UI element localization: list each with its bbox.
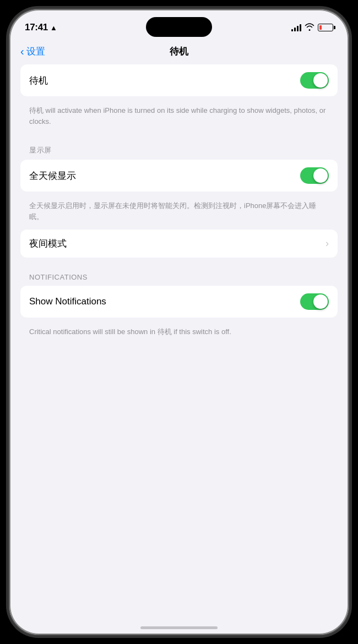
- home-indicator: [140, 626, 218, 629]
- show-notifications-toggle[interactable]: [300, 293, 329, 310]
- signal-icon: [291, 24, 301, 31]
- standby-label: 待机: [29, 74, 48, 87]
- content-area: 待机 待机 will activate when iPhone is turne…: [9, 64, 349, 345]
- wifi-icon: [305, 23, 314, 32]
- battery-icon: [318, 24, 333, 31]
- dynamic-island: [146, 17, 212, 37]
- page-title: 待机: [170, 45, 188, 58]
- toggle-knob-notif: [313, 294, 328, 309]
- battery-fill: [319, 25, 322, 30]
- always-on-label: 全天候显示: [29, 170, 76, 182]
- always-on-description: 全天候显示启用时，显示屏在未使用时将智能关闭。检测到注视时，iPhone屏幕不会…: [20, 196, 338, 230]
- toggle-knob: [313, 73, 328, 88]
- show-notifications-label: Show Notifications: [29, 296, 106, 307]
- chevron-right-icon: ›: [326, 238, 329, 249]
- notifications-description: Critical notifications will still be sho…: [20, 322, 338, 345]
- toggle-knob-aod: [313, 168, 328, 183]
- back-chevron-icon: ‹: [20, 45, 24, 58]
- back-button[interactable]: ‹ 设置: [20, 45, 45, 58]
- notifications-card: Show Notifications: [20, 286, 338, 318]
- night-mode-card[interactable]: 夜间模式 ›: [20, 230, 338, 258]
- standby-toggle[interactable]: [300, 72, 329, 89]
- night-mode-label: 夜间模式: [29, 237, 67, 250]
- standby-description: 待机 will activate when iPhone is turned o…: [20, 101, 338, 134]
- location-icon: ▲: [50, 24, 57, 32]
- standby-card: 待机: [20, 64, 338, 96]
- status-icons: [291, 23, 333, 32]
- show-notifications-row: Show Notifications: [20, 286, 338, 318]
- phone-frame: 17:41 ▲ ‹ 设置: [8, 8, 350, 636]
- nav-bar: ‹ 设置 待机: [9, 38, 349, 64]
- always-on-row: 全天候显示: [20, 160, 338, 192]
- always-on-toggle[interactable]: [300, 167, 329, 184]
- back-label: 设置: [26, 45, 45, 58]
- status-time: 17:41: [25, 22, 48, 33]
- night-mode-row[interactable]: 夜间模式 ›: [20, 230, 338, 258]
- notifications-section-header: NOTIFICATIONS: [20, 262, 338, 286]
- standby-row: 待机: [20, 64, 338, 96]
- display-card: 全天候显示: [20, 160, 338, 192]
- display-section-header: 显示屏: [20, 134, 338, 160]
